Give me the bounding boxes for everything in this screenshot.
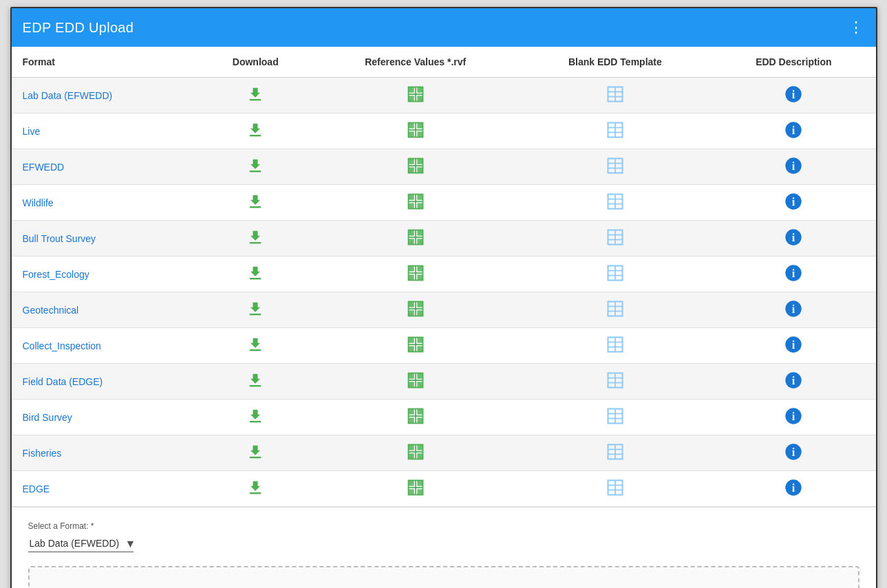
info-icon[interactable]: i [784,228,803,247]
cell-reference[interactable] [312,435,519,471]
template-icon[interactable] [606,263,625,283]
cell-description[interactable]: i [712,292,875,328]
info-icon[interactable]: i [784,335,803,354]
drop-zone[interactable]: Drop files or click to upload Browse [28,566,859,588]
cell-blank-template[interactable] [518,221,712,257]
cell-download[interactable] [199,221,312,257]
cell-description[interactable]: i [712,221,875,257]
cell-description[interactable]: i [712,185,875,221]
cell-blank-template[interactable] [518,364,712,400]
cell-download[interactable] [199,364,312,400]
template-icon[interactable] [606,371,625,390]
cell-blank-template[interactable] [518,185,712,221]
cell-reference[interactable] [312,78,519,113]
download-icon[interactable] [246,228,265,247]
cell-blank-template[interactable] [518,78,712,113]
template-icon[interactable] [606,335,625,354]
template-icon[interactable] [606,406,625,426]
info-icon[interactable]: i [784,263,803,283]
cell-reference[interactable] [312,328,519,364]
grid-icon[interactable] [406,85,425,104]
download-icon[interactable] [246,335,265,354]
svg-text:i: i [792,195,795,208]
cell-blank-template[interactable] [518,435,712,471]
grid-icon[interactable] [406,228,425,247]
cell-reference[interactable] [312,257,519,292]
cell-reference[interactable] [312,185,519,221]
cell-download[interactable] [199,149,312,185]
download-icon[interactable] [246,406,265,426]
grid-icon[interactable] [406,406,425,426]
cell-blank-template[interactable] [518,328,712,364]
info-icon[interactable]: i [784,371,803,390]
grid-icon[interactable] [406,371,425,390]
cell-description[interactable]: i [712,113,875,149]
cell-download[interactable] [199,292,312,328]
info-icon[interactable]: i [784,299,803,318]
cell-blank-template[interactable] [518,257,712,292]
cell-blank-template[interactable] [518,113,712,149]
download-icon[interactable] [246,263,265,283]
info-icon[interactable]: i [784,156,803,175]
download-icon[interactable] [246,85,265,104]
cell-download[interactable] [199,113,312,149]
template-icon[interactable] [606,156,625,175]
grid-icon[interactable] [406,156,425,175]
grid-icon[interactable] [406,263,425,283]
download-icon[interactable] [246,156,265,175]
cell-reference[interactable] [312,364,519,400]
cell-reference[interactable] [312,471,519,507]
info-icon[interactable]: i [784,478,803,497]
cell-download[interactable] [199,328,312,364]
grid-icon[interactable] [406,192,425,211]
cell-reference[interactable] [312,149,519,185]
cell-reference[interactable] [312,292,519,328]
cell-description[interactable]: i [712,400,875,435]
cell-blank-template[interactable] [518,149,712,185]
template-icon[interactable] [606,85,625,104]
info-icon[interactable]: i [784,85,803,104]
grid-icon[interactable] [406,299,425,318]
grid-icon[interactable] [406,478,425,497]
template-icon[interactable] [606,442,625,461]
cell-description[interactable]: i [712,471,875,507]
format-select[interactable]: Lab Data (EFWEDD)LiveEFWEDDWildlifeBull … [28,535,133,552]
cell-download[interactable] [199,471,312,507]
cell-blank-template[interactable] [518,292,712,328]
cell-reference[interactable] [312,113,519,149]
download-icon[interactable] [246,120,265,140]
download-icon[interactable] [246,478,265,497]
info-icon[interactable]: i [784,192,803,211]
download-icon[interactable] [246,371,265,390]
download-icon[interactable] [246,299,265,318]
template-icon[interactable] [606,299,625,318]
grid-icon[interactable] [406,442,425,461]
info-icon[interactable]: i [784,120,803,140]
cell-blank-template[interactable] [518,471,712,507]
download-icon[interactable] [246,442,265,461]
cell-download[interactable] [199,78,312,113]
cell-description[interactable]: i [712,328,875,364]
cell-description[interactable]: i [712,149,875,185]
cell-download[interactable] [199,435,312,471]
menu-icon[interactable]: ⋮ [848,19,865,36]
info-icon[interactable]: i [784,406,803,426]
grid-icon[interactable] [406,335,425,354]
cell-blank-template[interactable] [518,400,712,435]
template-icon[interactable] [606,192,625,211]
template-icon[interactable] [606,478,625,497]
download-icon[interactable] [246,192,265,211]
cell-download[interactable] [199,185,312,221]
template-icon[interactable] [606,120,625,140]
cell-description[interactable]: i [712,435,875,471]
info-icon[interactable]: i [784,442,803,461]
template-icon[interactable] [606,228,625,247]
grid-icon[interactable] [406,120,425,140]
cell-description[interactable]: i [712,257,875,292]
cell-reference[interactable] [312,221,519,257]
cell-reference[interactable] [312,400,519,435]
cell-description[interactable]: i [712,364,875,400]
cell-download[interactable] [199,400,312,435]
cell-description[interactable]: i [712,78,875,113]
cell-download[interactable] [199,257,312,292]
